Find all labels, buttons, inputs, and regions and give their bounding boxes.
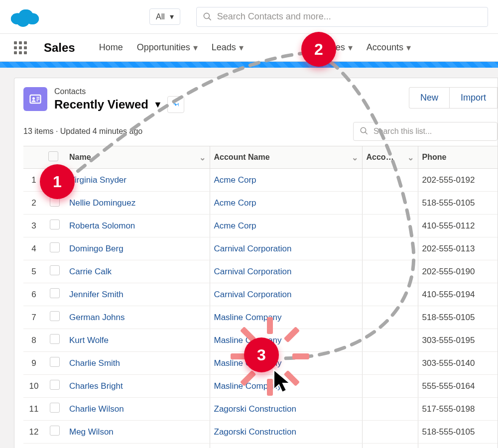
acco-cell — [362, 215, 418, 237]
row-checkbox[interactable] — [50, 426, 60, 436]
nav-home[interactable]: Home — [99, 42, 123, 53]
select-all-checkbox[interactable] — [48, 151, 58, 161]
search-scope-select[interactable]: All ▾ — [149, 8, 180, 25]
account-name-link[interactable]: Carnival Corporation — [214, 267, 292, 276]
phone-cell: 410-555-0194 — [418, 283, 498, 306]
contact-name-link[interactable]: Domingo Berg — [69, 244, 124, 253]
chevron-down-icon: ▾ — [239, 42, 244, 53]
svg-line-12 — [365, 132, 367, 134]
row-index: 9 — [23, 352, 44, 375]
acco-cell — [362, 421, 418, 444]
chevron-down-icon[interactable]: ▼ — [153, 100, 162, 110]
contact-name-link[interactable]: Charles Bright — [69, 381, 123, 391]
chevron-down-icon[interactable]: ⌄ — [407, 153, 414, 162]
account-name-link[interactable]: Acme Corp — [214, 175, 256, 185]
annotation-badge-2: 2 — [301, 32, 336, 67]
phone-cell: 555-555-0164 — [418, 375, 498, 398]
chevron-down-icon[interactable]: ⌄ — [352, 153, 358, 162]
row-checkbox[interactable] — [50, 357, 60, 367]
col-index — [23, 146, 44, 169]
phone-cell: 202-555-0190 — [418, 260, 498, 283]
acco-cell — [362, 352, 418, 375]
row-index: 10 — [23, 375, 44, 398]
col-phone[interactable]: Phone — [418, 146, 498, 169]
contact-name-link[interactable]: Jennifer Smith — [69, 290, 124, 299]
contact-name-link[interactable]: German Johns — [69, 313, 125, 322]
row-index: 13 — [23, 444, 44, 448]
row-index: 12 — [23, 421, 44, 444]
col-account-name[interactable]: Account Name⌄ — [210, 146, 362, 169]
row-checkbox[interactable] — [50, 265, 60, 275]
new-button[interactable]: New — [409, 87, 449, 109]
row-checkbox[interactable] — [50, 334, 60, 344]
import-button[interactable]: Import — [449, 87, 498, 109]
contact-name-link[interactable]: Charlie Wilson — [69, 404, 124, 414]
acco-cell — [362, 237, 418, 260]
row-checkbox[interactable] — [50, 403, 60, 413]
pin-list-button[interactable] — [167, 96, 184, 113]
page-header: Contacts Recently Viewed ▼ New Import — [23, 87, 498, 113]
svg-point-3 — [17, 16, 29, 27]
acco-cell — [362, 398, 418, 421]
list-search-input[interactable] — [374, 127, 491, 136]
row-checkbox[interactable] — [50, 220, 60, 229]
row-checkbox[interactable] — [50, 242, 60, 252]
contact-name-link[interactable]: Nellie Dominguez — [69, 198, 135, 208]
cursor-icon — [271, 368, 296, 400]
acco-cell — [362, 444, 418, 448]
svg-line-5 — [209, 17, 211, 20]
contact-name-link[interactable]: Charlie Smith — [69, 358, 120, 368]
app-launcher-icon[interactable] — [14, 41, 27, 54]
acco-cell — [362, 169, 418, 192]
contact-name-link[interactable]: Carrie Calk — [69, 267, 112, 276]
nav-accounts[interactable]: Accounts▾ — [367, 42, 411, 53]
chevron-down-icon: ▾ — [193, 42, 198, 53]
list-meta: 13 items · Updated 4 minutes ago — [23, 127, 142, 136]
account-name-link[interactable]: Carnival Corporation — [214, 290, 292, 299]
global-search-input[interactable] — [217, 11, 482, 22]
chevron-down-icon: ▾ — [406, 42, 411, 53]
list-search[interactable] — [353, 122, 498, 141]
row-index: 7 — [23, 306, 44, 329]
global-search[interactable] — [196, 7, 488, 27]
row-checkbox[interactable] — [50, 311, 60, 321]
contact-name-link[interactable]: Kurt Wolfe — [69, 336, 109, 345]
col-acco-truncated[interactable]: Acco…⌄ — [362, 146, 418, 169]
row-checkbox[interactable] — [50, 380, 60, 390]
account-name-link[interactable]: Zagorski Construction — [214, 404, 296, 414]
account-name-link[interactable]: Carnival Corporation — [214, 244, 292, 253]
phone-cell: 518-555-0105 — [418, 421, 498, 444]
global-header: All ▾ — [0, 0, 498, 34]
chevron-down-icon[interactable]: ⌄ — [199, 153, 206, 162]
search-icon — [360, 126, 369, 136]
acco-cell — [362, 375, 418, 398]
list-view-name[interactable]: Recently Viewed — [54, 98, 148, 112]
table-row: 2Nellie DominguezAcme Corp518-555-0105 — [23, 192, 498, 215]
col-name[interactable]: Name⌄ — [65, 146, 210, 169]
table-row: 5Carrie CalkCarnival Corporation202-555-… — [23, 260, 498, 283]
table-row: 11Charlie WilsonZagorski Construction517… — [23, 398, 498, 421]
nav-leads[interactable]: Leads▾ — [212, 42, 244, 53]
account-name-link[interactable]: Zagorski Construction — [214, 427, 296, 437]
acco-cell — [362, 260, 418, 283]
annotation-badge-3: 3 — [244, 337, 279, 372]
contact-name-link[interactable]: Virginia Snyder — [69, 175, 126, 185]
svg-point-4 — [204, 13, 209, 18]
row-checkbox[interactable] — [50, 288, 60, 298]
contact-name-link[interactable]: Meg Wilson — [69, 427, 114, 437]
row-index: 2 — [23, 192, 44, 215]
phone-cell: 202-555-0113 — [418, 237, 498, 260]
contact-name-link[interactable]: Roberta Solomon — [69, 221, 135, 230]
table-row: 12Meg WilsonZagorski Construction518-555… — [23, 421, 498, 444]
acco-cell — [362, 306, 418, 329]
row-index: 5 — [23, 260, 44, 283]
account-name-link[interactable]: Acme Corp — [214, 198, 256, 208]
acco-cell — [362, 192, 418, 215]
header-actions: New Import — [409, 87, 498, 109]
app-name: Sales — [44, 41, 75, 55]
nav-opportunities[interactable]: Opportunities▾ — [137, 42, 198, 53]
contacts-table: Name⌄ Account Name⌄ Acco…⌄ Phone 1Virgin… — [23, 146, 498, 448]
table-row: 13Mary SmithZagorski Construction307-555… — [23, 444, 498, 448]
context-bar — [0, 62, 498, 68]
account-name-link[interactable]: Acme Corp — [214, 221, 256, 230]
